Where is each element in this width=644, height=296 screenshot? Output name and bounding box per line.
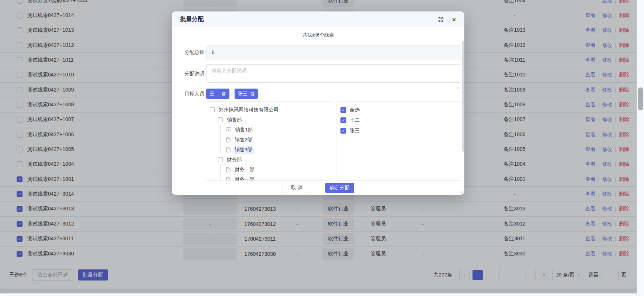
member-checkbox[interactable] (340, 107, 346, 113)
tree-node-label[interactable]: 销售1部 (233, 126, 254, 134)
page-scrollbar-vertical[interactable] (637, 0, 644, 296)
tree-toggle-icon[interactable]: + (226, 127, 231, 132)
member-row: 张三 (336, 125, 461, 136)
modal-header: 批量分配 × (172, 11, 464, 27)
tree-node: − 财务部 (206, 155, 333, 165)
assign-panels: − 郑州恺讯网络科技有限公司 − 销售部 + 销售1部 销售2部 销售3部 − … (206, 101, 461, 181)
tree-node: − 销售部 (206, 115, 333, 125)
file-icon (226, 147, 231, 152)
page-scrollbar-horizontal[interactable] (0, 293, 637, 296)
tree-node-label[interactable]: 销售3部 (233, 146, 254, 154)
modal-title: 批量分配 (180, 16, 204, 23)
total-field-label: 分配总数: (184, 49, 206, 56)
tree-node-label[interactable]: 财务部 (225, 156, 243, 164)
found-summary: 共找到6个线索 (172, 32, 464, 38)
tree-guide-line (220, 165, 221, 181)
tree-node-label[interactable]: 销售2部 (233, 136, 254, 144)
tree-node: 销售3部 (206, 145, 333, 155)
member-checkbox[interactable] (340, 128, 346, 134)
app-root: 测试分页1线索0427+1004 - - - 软件行业 - - 备注1004 查… (0, 0, 644, 296)
trash-icon[interactable] (222, 92, 226, 96)
tree-node-label[interactable]: 财务一部 (233, 176, 256, 181)
file-icon (226, 177, 231, 181)
tree-node: − 郑州恺讯网络科技有限公司 (206, 105, 333, 115)
confirm-assign-button[interactable]: 确定分配 (325, 183, 354, 193)
close-icon[interactable]: × (452, 16, 456, 23)
modal-resize-handle[interactable] (459, 190, 463, 194)
tree-toggle-icon[interactable]: − (218, 157, 223, 162)
target-person-tag[interactable]: 张三 (235, 89, 258, 99)
member-row: 全选 (336, 105, 461, 115)
file-icon (226, 167, 231, 172)
member-label: 王二 (350, 117, 360, 124)
tree-node-label[interactable]: 财务二部 (233, 166, 256, 174)
trash-icon[interactable] (250, 92, 255, 96)
tree-toggle-icon[interactable]: − (210, 107, 215, 112)
desc-field-label: 分配说明: (184, 64, 206, 83)
tag-label: 张三 (238, 90, 247, 97)
fullscreen-icon[interactable] (438, 17, 444, 22)
tree-node-label[interactable]: 郑州恺讯网络科技有限公司 (217, 106, 280, 114)
modal-footer: 取 消 确定分配 (172, 183, 464, 193)
tree-node: + 销售1部 (206, 125, 333, 135)
member-row: 王二 (336, 115, 461, 125)
tree-guide-line (220, 125, 221, 154)
modal-scrollbar-thumb[interactable] (462, 41, 464, 152)
tag-label: 王二 (210, 90, 219, 97)
member-label: 全选 (350, 107, 360, 113)
cancel-button[interactable]: 取 消 (283, 183, 311, 193)
target-tags: 王二 张三 (206, 89, 258, 99)
member-checklist-panel: 全选 王二 张三 (336, 101, 461, 181)
target-person-tag[interactable]: 王二 (206, 89, 229, 99)
tree-node: 财务一部 (206, 175, 333, 181)
assign-description-textarea[interactable] (206, 64, 461, 83)
target-field-label: 目标人员: (184, 90, 206, 97)
tree-toggle-icon[interactable]: − (218, 117, 223, 122)
member-label: 张三 (350, 127, 360, 134)
scrollbar-thumb[interactable] (638, 87, 643, 110)
department-tree-panel: − 郑州恺讯网络科技有限公司 − 销售部 + 销售1部 销售2部 销售3部 − … (206, 101, 333, 181)
assign-total-input[interactable] (206, 45, 461, 59)
tree-node: 销售2部 (206, 135, 333, 145)
file-icon (226, 137, 231, 142)
tree-node-label[interactable]: 销售部 (225, 116, 243, 124)
member-checkbox[interactable] (340, 117, 346, 123)
batch-assign-modal: 批量分配 × 共找到6个线索 分配总数: 分配说明: 目标人员: 王二 (172, 11, 464, 195)
tree-node: 财务二部 (206, 165, 333, 175)
